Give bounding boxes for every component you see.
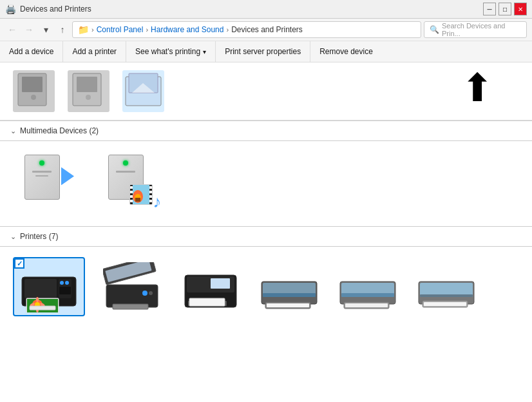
svg-rect-38 — [30, 306, 55, 310]
back-button[interactable]: ← — [5, 23, 19, 37]
printer-item-1[interactable]: ✓ — [13, 257, 85, 316]
music-note-icon: ♪ — [153, 193, 162, 210]
partial-device-3-icon — [122, 70, 164, 112]
dropdown-arrow-icon: ▾ — [203, 48, 206, 55]
svg-rect-23 — [149, 200, 152, 202]
svg-point-2 — [31, 95, 36, 100]
svg-rect-17 — [130, 191, 133, 193]
svg-rect-21 — [149, 191, 152, 193]
svg-rect-20 — [149, 186, 152, 189]
see-whats-printing-button[interactable]: See what's printing ▾ — [126, 41, 216, 62]
svg-rect-19 — [130, 200, 133, 202]
svg-rect-1 — [22, 77, 43, 92]
svg-rect-52 — [263, 293, 316, 297]
printer-item-4[interactable] — [258, 266, 321, 316]
collapse-multimedia-icon: ⌄ — [10, 127, 16, 135]
svg-rect-13 — [135, 198, 140, 202]
svg-marker-9 — [61, 168, 74, 186]
printer-4-icon-container — [260, 269, 318, 314]
spacer — [0, 213, 532, 226]
printers-section-header[interactable]: ⌄ Printers (7) — [0, 226, 532, 247]
multimedia-devices-grid: ♪ — [0, 141, 532, 213]
search-icon: 🔍 — [430, 25, 439, 34]
svg-rect-62 — [420, 294, 473, 297]
printer-1-checkbox: ✓ — [14, 258, 24, 269]
printer-2-icon-container — [103, 262, 161, 314]
svg-rect-54 — [267, 303, 309, 307]
printer-2-svg — [103, 262, 161, 314]
printers-section-label: Printers (7) — [20, 232, 58, 241]
media-badge — [129, 184, 153, 205]
multimedia-device-2-icon: ♪ — [100, 151, 151, 203]
svg-point-27 — [60, 281, 64, 285]
nav-bar: ← → ▾ ↑ 📁 › Control Panel › Hardware and… — [0, 19, 532, 41]
svg-rect-57 — [341, 293, 394, 297]
printer-6-svg — [417, 269, 475, 314]
printer-5-icon-container — [339, 269, 397, 314]
svg-rect-49 — [189, 298, 225, 306]
multimedia-device-1[interactable] — [13, 151, 71, 203]
svg-rect-47 — [211, 278, 230, 289]
add-device-button[interactable]: Add a device — [0, 41, 63, 62]
multimedia-device-1-icon — [16, 151, 68, 203]
partial-device-2[interactable] — [68, 70, 109, 112]
add-printer-button[interactable]: Add a printer — [63, 41, 126, 62]
back-icon: ← — [8, 24, 17, 35]
tower-led — [39, 160, 44, 166]
svg-point-28 — [65, 281, 69, 285]
svg-rect-59 — [345, 303, 388, 307]
forward-icon: → — [24, 24, 33, 35]
print-server-props-button[interactable]: Print server properties — [216, 41, 310, 62]
svg-rect-4 — [77, 77, 97, 92]
svg-rect-16 — [130, 186, 133, 189]
search-box[interactable]: 🔍 Search Devices and Prin... — [424, 21, 527, 38]
device-arrow — [61, 168, 74, 187]
printer-item-5[interactable] — [336, 266, 399, 316]
printer-3-svg — [182, 262, 240, 314]
printer-6-icon-container — [417, 269, 475, 314]
multimedia-section-header[interactable]: ⌄ Multimedia Devices (2) — [0, 120, 532, 141]
printer-item-3[interactable] — [179, 260, 242, 316]
partial-device-1-icon — [13, 70, 55, 112]
toolbar: Add a device Add a printer See what's pr… — [0, 41, 532, 62]
remove-device-button[interactable]: Remove device — [310, 41, 382, 62]
maximize-button[interactable]: □ — [499, 3, 511, 15]
breadcrumb-sep-0: › — [91, 26, 94, 34]
printer-1-icon-container: ✓ — [17, 261, 81, 312]
printer-4-svg — [260, 269, 318, 314]
up-button[interactable]: ↑ — [55, 23, 70, 37]
breadcrumb-folder-icon: 📁 — [78, 24, 89, 35]
collapse-printers-icon: ⌄ — [10, 233, 16, 241]
partial-device-3[interactable] — [122, 70, 164, 112]
svg-rect-64 — [424, 302, 466, 306]
top-devices-row: ⬆ — [0, 62, 532, 120]
printer-3-icon-container — [182, 262, 240, 314]
content-area: ⬆ ⌄ Multimedia Devices (2) — [0, 62, 532, 402]
svg-point-44 — [149, 291, 153, 295]
close-button[interactable]: ✕ — [514, 3, 527, 15]
svg-rect-22 — [149, 195, 152, 198]
svg-point-36 — [36, 297, 39, 302]
see-whats-printing-label: See what's printing — [135, 47, 200, 56]
svg-point-5 — [86, 95, 91, 100]
breadcrumb: 📁 › Control Panel › Hardware and Sound ›… — [72, 21, 421, 38]
breadcrumb-sep-1: › — [146, 26, 148, 34]
printer-item-6[interactable] — [415, 266, 478, 316]
svg-point-43 — [142, 291, 147, 296]
dropdown-button[interactable]: ▾ — [39, 23, 53, 37]
svg-rect-18 — [130, 195, 133, 198]
up-icon: ↑ — [61, 24, 65, 35]
breadcrumb-item-1[interactable]: Hardware and Sound — [151, 25, 223, 34]
printer-item-2[interactable] — [100, 260, 164, 316]
media-tower-led — [123, 160, 128, 166]
minimize-button[interactable]: ─ — [483, 3, 496, 15]
breadcrumb-sep-2: › — [226, 26, 229, 34]
svg-rect-29 — [59, 287, 71, 294]
forward-button[interactable]: → — [22, 23, 36, 37]
multimedia-device-2[interactable]: ♪ — [97, 151, 155, 203]
printer-1-svg — [17, 261, 81, 312]
svg-rect-25 — [24, 279, 57, 298]
partial-device-1[interactable] — [13, 70, 55, 112]
breadcrumb-item-0[interactable]: Control Panel — [97, 25, 144, 34]
svg-rect-42 — [113, 304, 148, 309]
